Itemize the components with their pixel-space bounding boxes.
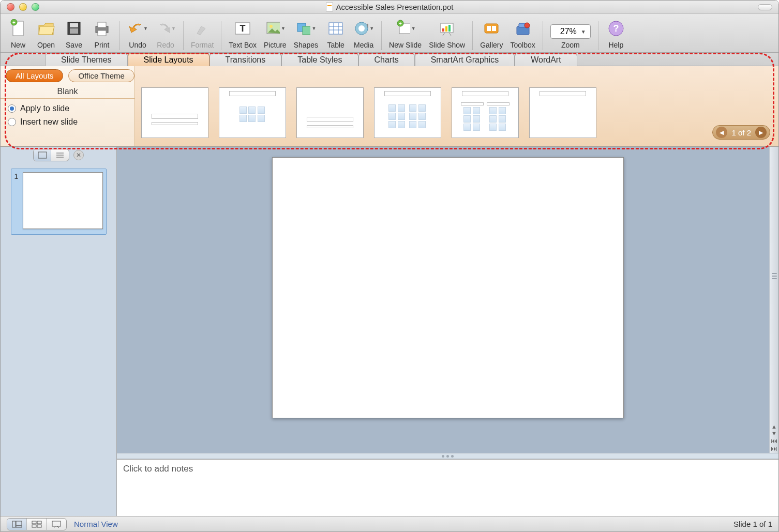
new-slide-button[interactable]: + ▼ New Slide xyxy=(386,17,425,50)
pill-office-theme[interactable]: Office Theme xyxy=(68,69,134,82)
slide-canvas-scroll[interactable] xyxy=(117,147,778,453)
toolbar-separator xyxy=(381,21,382,50)
slide-number-label: 1 xyxy=(14,172,19,180)
layout-thumb-comparison[interactable] xyxy=(452,87,519,138)
svg-rect-27 xyxy=(445,26,447,32)
open-button[interactable]: Open xyxy=(33,17,59,50)
print-button[interactable]: Print xyxy=(88,17,115,50)
toolbox-button[interactable]: Toolbox xyxy=(507,17,538,50)
textbox-icon: T xyxy=(232,18,253,39)
new-button[interactable]: + New xyxy=(5,17,32,50)
undo-icon: ▼ xyxy=(127,18,148,39)
svg-rect-8 xyxy=(98,31,106,36)
dropdown-arrow-icon: ▼ xyxy=(143,26,148,31)
dropdown-arrow-icon[interactable]: ▼ xyxy=(579,29,588,35)
slide-thumbnail-1[interactable]: 1 xyxy=(11,169,107,235)
picture-button[interactable]: ▼ Picture xyxy=(261,17,290,50)
dropdown-arrow-icon: ▼ xyxy=(369,26,374,31)
format-button[interactable]: Format xyxy=(188,17,217,50)
splitter-grip-icon xyxy=(771,261,777,292)
close-window-button[interactable] xyxy=(7,3,14,11)
toolbar-toggle-button[interactable] xyxy=(758,4,772,10)
close-panel-button[interactable]: ✕ xyxy=(73,150,84,160)
view-slideshow-button[interactable] xyxy=(47,519,66,530)
radio-apply-to-slide[interactable]: Apply to slide xyxy=(8,104,127,113)
svg-rect-31 xyxy=(485,24,498,33)
redo-button[interactable]: ▼ Redo xyxy=(152,17,179,50)
scroll-down-icon[interactable]: ▼ xyxy=(771,431,777,436)
textbox-button[interactable]: T Text Box xyxy=(226,17,260,50)
toolbar-separator xyxy=(221,21,221,50)
svg-point-12 xyxy=(269,25,273,28)
vertical-scrollbar[interactable]: ▲ ▼ ⏮ ⏭ xyxy=(769,147,778,453)
dropdown-arrow-icon: ▼ xyxy=(281,26,286,31)
notes-splitter[interactable] xyxy=(117,453,778,459)
tab-smartart-graphics[interactable]: SmartArt Graphics xyxy=(415,53,515,66)
outline-tab[interactable] xyxy=(51,149,69,161)
notes-pane[interactable]: Click to add notes xyxy=(117,459,778,516)
new-slide-icon: + ▼ xyxy=(395,18,416,39)
next-slide-icon[interactable]: ⏭ xyxy=(771,445,777,452)
shapes-button[interactable]: ▼ Shapes xyxy=(291,17,321,50)
toolbar-label: Zoom xyxy=(561,41,580,49)
undo-button[interactable]: ▼ Undo xyxy=(124,17,151,50)
layout-thumb-title-only[interactable] xyxy=(529,87,596,138)
normal-view-icon xyxy=(12,521,22,528)
minimize-window-button[interactable] xyxy=(19,3,27,11)
svg-rect-39 xyxy=(38,152,47,158)
sorter-view-icon xyxy=(32,521,42,528)
slides-tab[interactable] xyxy=(34,149,51,161)
layout-thumb-section-header[interactable] xyxy=(296,87,364,138)
tab-table-styles[interactable]: Table Styles xyxy=(281,53,358,66)
layout-thumb-title-slide[interactable] xyxy=(141,87,208,138)
tab-transitions[interactable]: Transitions xyxy=(209,53,282,66)
redo-icon: ▼ xyxy=(155,18,176,39)
slide-layouts-panel: All Layouts Office Theme Blank Apply to … xyxy=(1,66,778,146)
help-button[interactable]: ? Help xyxy=(603,17,630,50)
zoom-combobox[interactable]: ▼ xyxy=(550,24,591,39)
slideshow-view-icon xyxy=(51,521,62,528)
zoom-window-button[interactable] xyxy=(32,3,39,11)
status-view-label: Normal View xyxy=(74,520,118,528)
toolbox-icon xyxy=(513,18,533,39)
zoom-input[interactable] xyxy=(553,27,577,36)
canvas-area: Click to add notes ▲ ▼ ⏮ ⏭ xyxy=(117,147,778,516)
table-button[interactable]: Table xyxy=(322,17,349,50)
svg-text:+: + xyxy=(399,21,402,26)
media-button[interactable]: ▼ Media xyxy=(350,17,377,50)
tab-slide-layouts[interactable]: Slide Layouts xyxy=(128,53,209,66)
scroll-up-icon[interactable]: ▲ xyxy=(771,424,777,430)
document-icon xyxy=(326,3,333,11)
view-normal-button[interactable] xyxy=(7,519,27,530)
save-button[interactable]: Save xyxy=(61,17,87,50)
layout-heading: Blank xyxy=(1,85,134,99)
view-sorter-button[interactable] xyxy=(27,519,47,530)
radio-insert-new-slide[interactable]: Insert new slide xyxy=(8,117,127,127)
slideshow-button[interactable]: Slide Show xyxy=(426,17,468,50)
pager-prev-button[interactable]: ◀ xyxy=(716,127,727,138)
svg-rect-33 xyxy=(492,26,496,31)
help-icon: ? xyxy=(606,18,626,39)
toolbar-label: Media xyxy=(354,41,373,49)
gallery-button[interactable]: Gallery xyxy=(477,17,506,50)
radio-label: Apply to slide xyxy=(20,104,69,113)
layout-category-pills: All Layouts Office Theme xyxy=(6,69,134,82)
svg-point-36 xyxy=(525,23,530,28)
floppy-disk-icon xyxy=(64,18,84,39)
notes-placeholder: Click to add notes xyxy=(123,464,193,474)
prev-slide-icon[interactable]: ⏮ xyxy=(771,437,777,444)
pill-all-layouts[interactable]: All Layouts xyxy=(6,69,63,82)
radio-label: Insert new slide xyxy=(20,117,78,127)
layout-action-radios: Apply to slide Insert new slide xyxy=(1,99,134,132)
tab-wordart[interactable]: WordArt xyxy=(515,53,577,66)
pager-next-button[interactable]: ▶ xyxy=(755,127,767,138)
layout-thumb-two-content[interactable] xyxy=(374,87,441,138)
svg-point-21 xyxy=(358,25,365,32)
layout-thumb-title-content[interactable] xyxy=(219,87,286,138)
svg-rect-28 xyxy=(448,25,451,32)
tab-charts[interactable]: Charts xyxy=(358,53,415,66)
slide-canvas[interactable] xyxy=(272,157,624,418)
main-toolbar: + New Open Save Print ▼ xyxy=(1,14,778,53)
svg-rect-5 xyxy=(70,28,78,34)
tab-slide-themes[interactable]: Slide Themes xyxy=(45,53,128,66)
